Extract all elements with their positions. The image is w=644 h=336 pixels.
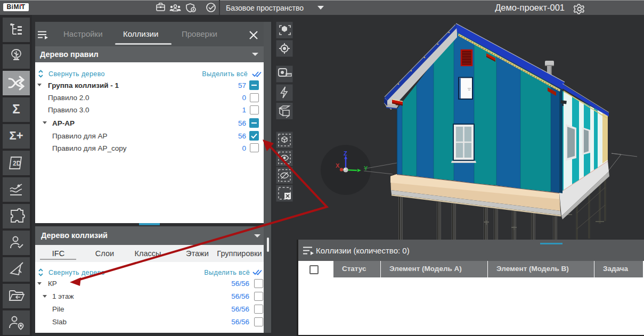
svg-text:2D: 2D <box>13 160 21 167</box>
svg-text:Y: Y <box>364 165 368 171</box>
svg-text:Z: Z <box>344 150 347 157</box>
svg-text:X: X <box>336 162 340 169</box>
